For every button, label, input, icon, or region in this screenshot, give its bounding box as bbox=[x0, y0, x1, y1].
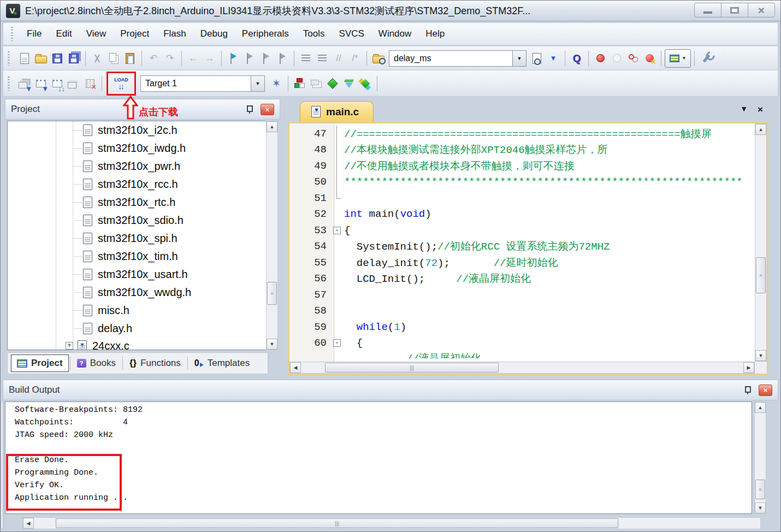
unindent-button[interactable] bbox=[314, 50, 330, 67]
tree-item-24cxx.c[interactable]: +▼24cxx.c bbox=[8, 338, 268, 350]
menu-item-debug[interactable]: Debug bbox=[193, 23, 235, 45]
tree-item-stm32f10x_i2c.h[interactable]: stm32f10x_i2c.h bbox=[8, 121, 268, 139]
select-software-packs-button[interactable] bbox=[341, 75, 357, 92]
clear-bookmarks-button[interactable] bbox=[274, 50, 291, 67]
tree-item-stm32f10x_rcc.h[interactable]: stm32f10x_rcc.h bbox=[8, 175, 268, 193]
disable-all-breakpoints-button[interactable] bbox=[625, 50, 641, 67]
project-tree-scrollbar[interactable]: ▲ ≡ ▼ bbox=[266, 121, 278, 350]
save-all-button[interactable] bbox=[66, 50, 82, 67]
copy-button[interactable] bbox=[105, 50, 122, 67]
window-layout-button[interactable]: ▼ bbox=[665, 49, 691, 68]
editor-vertical-scrollbar[interactable]: ▲ ≡ ▼ bbox=[755, 123, 767, 362]
tab-main-c[interactable]: ▼ main.c bbox=[300, 101, 374, 122]
translate-button[interactable]: ▼ bbox=[16, 75, 33, 92]
stop-build-button[interactable] bbox=[82, 75, 98, 92]
scroll-thumb[interactable]: ||| bbox=[325, 363, 499, 373]
build-button[interactable]: ▼ bbox=[33, 75, 49, 92]
navigate-forward-button[interactable]: → bbox=[202, 50, 218, 67]
document-list-dropdown[interactable]: ▼ bbox=[740, 104, 748, 115]
flash-erase-button[interactable] bbox=[308, 75, 324, 92]
redo-button[interactable]: ↷ bbox=[162, 50, 178, 67]
pin-icon[interactable] bbox=[246, 105, 253, 114]
build-output-vertical-scrollbar[interactable]: ▲ ≡ ▼ bbox=[754, 401, 766, 514]
pin-icon[interactable] bbox=[744, 386, 751, 394]
target-combobox-dropdown[interactable]: ▼ bbox=[251, 76, 264, 91]
tree-item-stm32f10x_wwdg.h[interactable]: stm32f10x_wwdg.h bbox=[8, 283, 268, 302]
scroll-up-button[interactable]: ▲ bbox=[755, 402, 766, 413]
scroll-thumb[interactable]: ≡ bbox=[755, 480, 765, 499]
tree-item-stm32f10x_sdio.h[interactable]: stm32f10x_sdio.h bbox=[8, 211, 268, 229]
tree-item-stm32f10x_tim.h[interactable]: stm32f10x_tim.h bbox=[8, 247, 268, 265]
prev-bookmark-button[interactable] bbox=[241, 50, 258, 67]
search-combobox-dropdown[interactable]: ▼ bbox=[512, 51, 526, 66]
comment-button[interactable]: // bbox=[330, 50, 347, 67]
rebuild-button[interactable]: ↓↓ bbox=[49, 75, 66, 92]
menu-item-tools[interactable]: Tools bbox=[296, 23, 332, 45]
build-output-close-button[interactable]: × bbox=[759, 385, 772, 396]
tree-item-stm32f10x_pwr.h[interactable]: stm32f10x_pwr.h bbox=[8, 157, 268, 175]
paste-button[interactable] bbox=[122, 50, 138, 67]
scroll-down-button[interactable]: ▼ bbox=[755, 350, 766, 361]
scroll-left-button[interactable]: ◀ bbox=[23, 518, 34, 529]
tree-item-stm32f10x_rtc.h[interactable]: stm32f10x_rtc.h bbox=[8, 193, 268, 211]
scroll-thumb[interactable]: ≡ bbox=[756, 257, 766, 293]
tab-templates[interactable]: 0Templates bbox=[189, 354, 255, 372]
menu-item-view[interactable]: View bbox=[79, 23, 114, 45]
cut-button[interactable] bbox=[89, 50, 105, 67]
menu-item-edit[interactable]: Edit bbox=[49, 23, 79, 45]
project-tree[interactable]: stm32f10x_i2c.hstm32f10x_iwdg.hstm32f10x… bbox=[7, 121, 268, 350]
close-button[interactable]: × bbox=[748, 3, 775, 17]
scroll-down-button[interactable]: ▼ bbox=[755, 503, 766, 513]
menu-item-window[interactable]: Window bbox=[371, 23, 418, 45]
scroll-up-button[interactable]: ▲ bbox=[755, 124, 766, 135]
incremental-find-button[interactable]: ▼ bbox=[545, 50, 561, 67]
build-output-horizontal-scrollbar[interactable]: ◀ ||| bbox=[22, 517, 761, 529]
search-combobox[interactable]: delay_ms ▼ bbox=[389, 50, 526, 67]
fold-collapse-icon[interactable]: - bbox=[333, 227, 341, 234]
find-in-files-button[interactable] bbox=[370, 50, 387, 67]
pack-installer-button[interactable] bbox=[357, 75, 374, 92]
tab-functions[interactable]: {}Functions bbox=[124, 354, 186, 372]
scroll-right-button[interactable]: ▶ bbox=[743, 362, 754, 373]
undo-button[interactable]: ↶ bbox=[145, 50, 162, 67]
options-for-target-button[interactable]: ✶ bbox=[268, 75, 285, 92]
menu-item-file[interactable]: File bbox=[20, 23, 49, 45]
menu-item-help[interactable]: Help bbox=[418, 23, 452, 45]
close-document-button[interactable]: × bbox=[758, 104, 763, 115]
menu-item-project[interactable]: Project bbox=[113, 23, 156, 45]
code-editor[interactable]: 47//====================================… bbox=[289, 123, 755, 362]
tab-books[interactable]: ?Books bbox=[72, 354, 121, 372]
new-file-button[interactable] bbox=[16, 50, 33, 67]
menu-item-flash[interactable]: Flash bbox=[156, 23, 193, 45]
tree-item-misc.h[interactable]: misc.h bbox=[8, 302, 268, 320]
next-bookmark-button[interactable] bbox=[258, 50, 274, 67]
configure-button[interactable] bbox=[698, 50, 714, 67]
batch-build-button[interactable] bbox=[66, 75, 82, 92]
scroll-thumb[interactable]: ||| bbox=[56, 518, 618, 528]
minimize-button[interactable] bbox=[694, 3, 721, 17]
target-combobox[interactable]: Target 1 ▼ bbox=[140, 75, 265, 92]
tree-item-delay.h[interactable]: delay.h bbox=[8, 320, 268, 338]
indent-button[interactable] bbox=[298, 50, 314, 67]
insert-breakpoint-button[interactable] bbox=[592, 50, 608, 67]
scroll-thumb[interactable]: ≡ bbox=[267, 282, 277, 305]
tree-item-stm32f10x_usart.h[interactable]: stm32f10x_usart.h bbox=[8, 265, 268, 283]
manage-rte-button[interactable] bbox=[324, 75, 341, 92]
scroll-left-button[interactable]: ◀ bbox=[290, 362, 301, 373]
kill-all-breakpoints-button[interactable] bbox=[641, 50, 658, 67]
navigate-back-button[interactable]: ← bbox=[185, 50, 202, 67]
debug-session-button[interactable] bbox=[292, 75, 308, 92]
tree-item-stm32f10x_spi.h[interactable]: stm32f10x_spi.h bbox=[8, 229, 268, 247]
restore-button[interactable] bbox=[721, 3, 748, 17]
menu-item-svcs[interactable]: SVCS bbox=[332, 23, 371, 45]
tree-item-stm32f10x_iwdg.h[interactable]: stm32f10x_iwdg.h bbox=[8, 139, 268, 157]
menu-item-peripherals[interactable]: Peripherals bbox=[235, 23, 296, 45]
editor-horizontal-scrollbar[interactable]: ◀ ||| ▶ bbox=[289, 362, 755, 374]
scroll-up-button[interactable]: ▲ bbox=[267, 121, 277, 132]
expand-plus-icon[interactable]: + bbox=[66, 342, 73, 350]
tab-project[interactable]: Project bbox=[11, 354, 69, 372]
project-panel-close-button[interactable]: × bbox=[261, 104, 274, 115]
open-file-button[interactable] bbox=[33, 50, 49, 67]
download-button[interactable]: LOAD ↓↓ bbox=[113, 75, 129, 92]
find-button[interactable] bbox=[529, 50, 545, 67]
